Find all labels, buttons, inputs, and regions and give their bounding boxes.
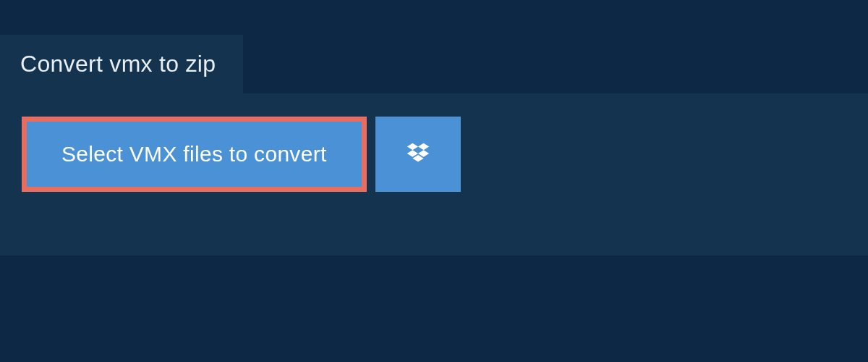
tab-header: Convert vmx to zip xyxy=(0,35,243,93)
select-button-highlight: Select VMX files to convert xyxy=(22,117,367,192)
button-row: Select VMX files to convert xyxy=(22,117,846,192)
dropbox-button[interactable] xyxy=(375,117,461,192)
main-panel: Select VMX files to convert xyxy=(0,93,868,256)
dropbox-icon xyxy=(404,140,432,168)
select-files-label: Select VMX files to convert xyxy=(61,142,327,167)
page-title: Convert vmx to zip xyxy=(20,51,216,77)
select-files-button[interactable]: Select VMX files to convert xyxy=(27,122,362,187)
